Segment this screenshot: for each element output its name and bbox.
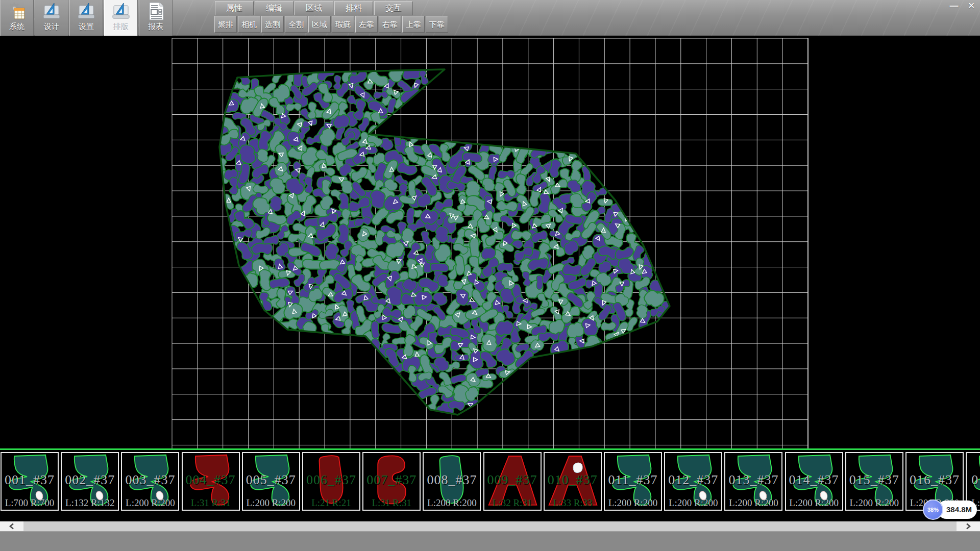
thumbnail-cell[interactable]: 002_#37L:132 R:132 [61, 452, 119, 511]
thumbnail-cell[interactable]: 007_#37L:31 R:31 [362, 452, 421, 511]
nesting-ruler-icon [111, 2, 131, 21]
status-bar [0, 531, 980, 551]
piece-shape-preview [485, 453, 541, 509]
thumbnail-cell[interactable]: 008_#37L:200 R:200 [423, 452, 481, 511]
tool-button-cut-all[interactable]: 全割 [285, 16, 307, 33]
download-progress-badge[interactable]: 384.8M 38% [923, 499, 980, 520]
nested-pieces [213, 62, 672, 422]
nav-button-label: 设置 [79, 22, 94, 32]
thumbnail-cell[interactable]: 013_#37L:200 R:200 [724, 452, 782, 511]
tab-nest[interactable]: 排料 [334, 1, 373, 15]
report-page-icon [146, 2, 165, 21]
tool-button-snap-up[interactable]: 上靠 [402, 16, 425, 33]
thumbnail-cell[interactable]: 011_#37L:200 R:200 [604, 452, 662, 511]
nav-button-label: 排版 [113, 22, 129, 32]
close-button[interactable]: ✕ [964, 0, 979, 12]
main-toolbar: 系统设计设置排版报表 属性编辑区域排料交互 聚排相机选割全割区域瑕疵左靠右靠上靠… [0, 0, 980, 36]
window-controls: — ✕ [946, 0, 979, 12]
tool-button-select-cut[interactable]: 选割 [261, 16, 284, 33]
nav-button-label: 设计 [44, 22, 59, 32]
tool-button-snap-right[interactable]: 右靠 [379, 16, 401, 33]
thumbnail-cell[interactable]: 014_#37L:200 R:200 [785, 452, 843, 511]
piece-shape-preview [605, 453, 661, 509]
piece-shape-preview [424, 453, 480, 509]
progress-percent-circle: 38% [923, 499, 943, 520]
tool-button-snap-down[interactable]: 下靠 [426, 16, 448, 33]
tab-region[interactable]: 区域 [295, 1, 333, 15]
tab-bar: 属性编辑区域排料交互 [215, 1, 413, 15]
design-ruler-icon [42, 2, 61, 21]
tool-button-region[interactable]: 区域 [308, 16, 331, 33]
nav-button-nesting[interactable]: 排版 [104, 0, 138, 36]
thumbnail-cell[interactable]: 004_#37L:31 R:31 [182, 452, 240, 511]
nav-button-system[interactable]: 系统 [0, 0, 34, 36]
tab-interact[interactable]: 交互 [374, 1, 413, 15]
tool-button-cluster-nest[interactable]: 聚排 [214, 16, 237, 33]
scroll-right-button[interactable] [957, 521, 980, 531]
piece-shape-preview [2, 453, 58, 509]
piece-shape-preview [122, 453, 178, 509]
thumbnail-cell[interactable]: 010_#37L:33 R:33 [544, 452, 602, 511]
chevron-right-icon [965, 523, 971, 530]
piece-shape-preview [62, 453, 118, 509]
thumbnail-cell[interactable]: 006_#37L:21 R:21 [302, 452, 360, 511]
nesting-workspace-canvas[interactable] [0, 36, 980, 448]
tab-properties[interactable]: 属性 [215, 1, 254, 15]
scroll-left-button[interactable] [0, 521, 23, 531]
tool-button-defect[interactable]: 瑕疵 [332, 16, 354, 33]
settings-ruler-icon [77, 2, 96, 21]
nav-button-settings[interactable]: 设置 [69, 0, 103, 36]
piece-shape-preview [545, 453, 601, 509]
nav-button-strip: 系统设计设置排版报表 [0, 0, 174, 36]
system-gear-icon [7, 2, 27, 21]
piece-shape-preview [666, 453, 721, 509]
horizontal-scrollbar[interactable] [0, 521, 980, 531]
thumbnail-cell[interactable]: 005_#37L:200 R:200 [242, 452, 300, 511]
piece-shape-preview [183, 453, 239, 509]
thumbnail-cell[interactable]: 001_#37L:700 R:700 [1, 452, 59, 511]
tool-button-camera[interactable]: 相机 [238, 16, 260, 33]
minimize-button[interactable]: — [946, 0, 962, 12]
thumbnail-cell[interactable]: 015_#37L:200 R:200 [845, 452, 903, 511]
nav-button-report[interactable]: 报表 [139, 0, 173, 36]
thumbnail-cell[interactable]: 003_#37L:200 R:200 [121, 452, 179, 511]
nav-button-label: 系统 [9, 22, 24, 32]
thumbnail-cell[interactable]: 009_#37L:32 R:31 [483, 452, 542, 511]
tool-bar: 聚排相机选割全割区域瑕疵左靠右靠上靠下靠 [214, 16, 448, 33]
piece-shape-preview [787, 453, 842, 509]
piece-shape-preview [726, 453, 781, 509]
tool-button-snap-left[interactable]: 左靠 [355, 16, 378, 33]
chevron-left-icon [9, 523, 15, 530]
piece-shape-preview [847, 453, 902, 509]
piece-shape-preview [304, 453, 359, 509]
thumbnail-strip-separator [0, 448, 980, 450]
nav-button-design[interactable]: 设计 [35, 0, 68, 36]
tab-edit[interactable]: 编辑 [255, 1, 293, 15]
piece-shape-preview [243, 453, 299, 509]
thumbnail-cell[interactable]: 012_#37L:200 R:200 [664, 452, 722, 511]
piece-shape-preview [364, 453, 420, 509]
nav-button-label: 报表 [148, 22, 163, 32]
